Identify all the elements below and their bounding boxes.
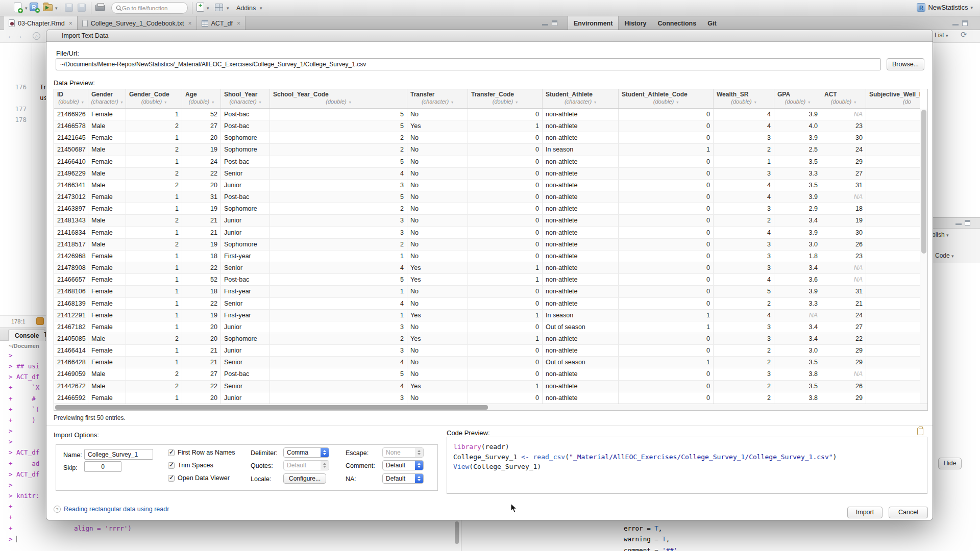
new-project-icon[interactable]: R+ — [30, 3, 38, 11]
column-header[interactable]: ACT(double)▾ — [821, 89, 866, 108]
checkbox-icon[interactable] — [168, 449, 175, 456]
close-icon[interactable]: × — [69, 20, 72, 27]
readr-help-link[interactable]: Reading rectangular data using readr — [64, 506, 169, 513]
file-url-input[interactable] — [56, 58, 881, 70]
back-arrow-icon[interactable]: ← — [7, 32, 14, 40]
new-file-dropdown-icon[interactable]: ▾ — [25, 6, 28, 11]
tab-git[interactable]: Git — [702, 16, 722, 30]
column-menu-icon[interactable]: ▾ — [121, 100, 123, 105]
env-list-dropdown[interactable]: List ▾ — [935, 32, 948, 39]
rmarkdown-doc-icon[interactable] — [36, 317, 44, 325]
column-menu-icon[interactable]: ▾ — [516, 100, 518, 105]
first-row-names-option[interactable]: First Row as Names — [168, 449, 235, 456]
column-header[interactable]: Transfer_Code(double)▾ — [468, 89, 543, 108]
open-recent-dropdown-icon[interactable]: ▾ — [55, 6, 58, 11]
workspace-panes-icon[interactable] — [215, 3, 223, 11]
maximize-icon[interactable] — [962, 20, 968, 26]
checkbox-icon[interactable] — [168, 475, 175, 482]
project-selector[interactable]: R NewStatistics ▾ — [917, 3, 973, 12]
table-cell: 0 — [619, 381, 714, 392]
column-menu-icon[interactable]: ▾ — [594, 100, 596, 105]
addins-dropdown-icon[interactable]: ▾ — [260, 6, 262, 11]
column-menu-icon[interactable]: ▾ — [164, 100, 166, 105]
refresh-icon[interactable]: ⟳ — [961, 30, 967, 39]
column-header[interactable]: Transfer(character)▾ — [407, 89, 468, 108]
column-header[interactable]: Student_Athlete(character)▾ — [543, 89, 619, 108]
checkbox-icon[interactable] — [168, 462, 175, 469]
column-menu-icon[interactable]: ▾ — [808, 100, 810, 105]
maximize-icon[interactable] — [552, 20, 557, 26]
browse-button[interactable]: Browse... — [887, 58, 924, 70]
editor-tab[interactable]: College_Survey_1_Codebook.txt× — [78, 16, 197, 30]
column-menu-icon[interactable]: ▾ — [212, 100, 214, 105]
column-menu-icon[interactable]: ▾ — [82, 100, 84, 105]
help-icon[interactable]: ? — [54, 506, 61, 513]
column-header[interactable]: ID(double)▾ — [54, 89, 88, 108]
column-header[interactable]: GPA(double)▾ — [774, 89, 821, 108]
column-menu-icon[interactable]: ▾ — [754, 100, 756, 105]
table-vertical-scrollbar[interactable] — [920, 109, 927, 404]
tab-connections[interactable]: Connections — [652, 16, 702, 30]
cancel-button[interactable]: Cancel — [889, 507, 928, 518]
scrollbar-thumb[interactable] — [455, 521, 459, 544]
copy-code-clipboard-icon[interactable] — [917, 428, 923, 435]
import-button[interactable]: Import — [847, 507, 883, 518]
column-header[interactable]: Shool_Year(character)▾ — [221, 89, 270, 108]
addins-menu[interactable]: Addins — [236, 5, 256, 12]
goto-file-input[interactable] — [122, 5, 179, 11]
skip-input[interactable] — [84, 461, 121, 472]
save-all-icon[interactable] — [78, 3, 86, 12]
source-pane-window-buttons[interactable] — [542, 20, 557, 26]
scrollbar-thumb[interactable] — [55, 405, 488, 410]
compile-dropdown-icon[interactable]: ▾ — [207, 6, 209, 11]
minimize-icon[interactable] — [952, 24, 959, 26]
scrollbar-thumb[interactable] — [921, 110, 926, 254]
column-menu-icon[interactable]: ▾ — [676, 100, 678, 105]
goto-file-search[interactable] — [111, 2, 188, 14]
table-horizontal-scrollbar[interactable] — [54, 404, 927, 410]
name-input[interactable] — [84, 449, 153, 460]
maximize-icon[interactable] — [965, 220, 970, 226]
tab-console[interactable]: Console — [8, 330, 45, 341]
table-cell: 19 — [821, 215, 866, 226]
column-header[interactable]: Student_Athlete_Code(double)▾ — [619, 89, 714, 108]
comment-select[interactable]: Default — [382, 460, 424, 470]
publish-button-fragment[interactable]: blish ▾ — [932, 231, 949, 238]
env-pane-window-buttons[interactable] — [952, 20, 968, 26]
minimize-icon[interactable] — [955, 223, 962, 225]
hide-button[interactable]: Hide — [938, 458, 962, 469]
column-header[interactable]: Gender_Code(double)▾ — [126, 89, 182, 108]
editor-tab[interactable]: ACT_df× — [197, 16, 246, 30]
magnifier-icon[interactable]: ⌕ — [33, 32, 40, 40]
compile-report-icon[interactable] — [197, 3, 204, 12]
column-header[interactable]: School_Year_Code(double)▾ — [270, 89, 407, 108]
column-header[interactable]: Age(double)▾ — [182, 89, 221, 108]
na-select[interactable]: Default — [382, 473, 424, 484]
forward-arrow-icon[interactable]: → — [16, 32, 22, 40]
table-cell: 4 — [714, 109, 774, 120]
trim-spaces-option[interactable]: Trim Spaces — [168, 462, 213, 469]
column-menu-icon[interactable]: ▾ — [349, 100, 351, 105]
open-file-icon[interactable] — [43, 3, 53, 11]
configure-locale-button[interactable]: Configure... — [283, 473, 326, 484]
open-data-viewer-option[interactable]: Open Data Viewer — [168, 474, 230, 482]
column-menu-icon[interactable]: ▾ — [451, 100, 453, 105]
column-header[interactable]: Wealth_SR(double)▾ — [714, 89, 774, 108]
minimize-icon[interactable] — [542, 24, 548, 26]
lower-pane-window-buttons[interactable] — [955, 220, 970, 226]
panes-dropdown-icon[interactable]: ▾ — [227, 6, 229, 11]
tab-environment[interactable]: Environment — [568, 16, 619, 30]
delimiter-select[interactable]: Comma — [283, 447, 329, 458]
column-menu-icon[interactable]: ▾ — [259, 100, 261, 105]
tab-history[interactable]: History — [619, 16, 652, 30]
column-header[interactable]: Gender(character)▾ — [88, 89, 126, 108]
new-file-icon[interactable]: + — [14, 3, 21, 12]
save-icon[interactable] — [65, 3, 73, 12]
print-icon[interactable] — [95, 3, 105, 11]
close-icon[interactable]: × — [188, 20, 192, 27]
code-menu-button[interactable]: Code ▾ — [935, 252, 954, 259]
close-icon[interactable]: × — [237, 20, 240, 27]
column-menu-icon[interactable]: ▾ — [854, 100, 856, 105]
editor-tab[interactable]: 03-Chapter.Rmd× — [4, 16, 78, 30]
column-header[interactable]: Subjective_Well_Bein(do — [866, 89, 920, 108]
